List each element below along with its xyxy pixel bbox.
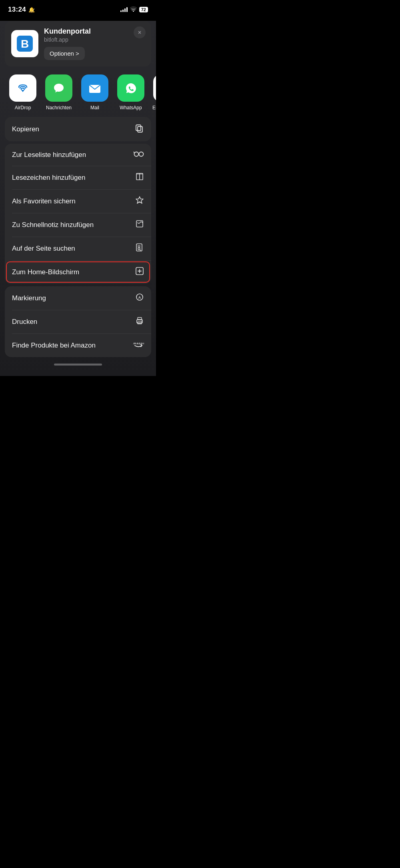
action-markierung[interactable]: Markierung A [5,286,151,310]
action-group-3: Markierung A Drucken [5,286,151,357]
home-bar [54,364,102,366]
svg-rect-20 [136,221,143,227]
share-sheet: B Kundenportal bitloft.app Optionen > × [0,21,156,376]
erinnerungen-label: Erinnerungen [152,105,156,111]
action-leseliste[interactable]: Zur Leseliste hinzufügen [5,144,151,166]
app-info: Kundenportal bitloft.app Optionen > [44,27,145,60]
share-app-airdrop[interactable]: AirDrop [5,74,41,111]
svg-point-15 [139,152,144,157]
reminders-icon [153,74,156,102]
app-url: bitloft.app [44,36,145,43]
svg-text:A: A [138,295,141,299]
share-header: B Kundenportal bitloft.app Optionen > × [5,21,151,66]
action-kopieren[interactable]: Kopieren [5,117,151,141]
action-drucken[interactable]: Drucken [5,310,151,334]
nachrichten-label: Nachrichten [46,105,72,111]
svg-rect-12 [138,127,142,132]
close-button[interactable]: × [134,26,146,38]
search-doc-icon [135,243,144,254]
svg-point-34 [141,321,142,321]
signal-bars-icon [120,7,128,12]
svg-line-25 [140,250,141,251]
amazon-icon: amazon [133,340,144,351]
svg-point-14 [134,152,139,157]
share-app-whatsapp[interactable]: WhatsApp [113,74,149,111]
share-app-nachrichten[interactable]: Nachrichten [41,74,77,111]
whatsapp-label: WhatsApp [120,105,142,111]
action-favoriten[interactable]: Als Favoriten sichern [5,189,151,213]
app-icon: B [11,30,38,57]
svg-marker-19 [136,197,143,203]
svg-line-17 [134,152,134,153]
action-lesezeichen[interactable]: Lesezeichen hinzufügen [5,166,151,189]
wifi-icon [130,6,137,13]
app-name: Kundenportal [44,27,145,36]
book-icon [135,172,144,183]
action-amazon[interactable]: Finde Produkte bei Amazon amazon [5,334,151,357]
mail-label: Mail [90,105,99,111]
glasses-icon [134,150,144,159]
note-icon [135,219,144,230]
action-group-2: Zur Leseliste hinzufügen Lesezeichen hin… [5,144,151,284]
add-square-icon [135,267,144,277]
copy-icon [134,123,144,135]
airdrop-icon [9,74,36,102]
apps-row: AirDrop Nachrichten [0,66,156,115]
whatsapp-icon [117,74,144,102]
options-button[interactable]: Optionen > [44,47,85,60]
markup-icon: A [135,293,144,303]
star-icon [135,196,144,207]
mail-icon [81,74,108,102]
action-homescreen[interactable]: Zum Home-Bildschirm [5,260,151,284]
action-group-1: Kopieren [5,117,151,141]
action-schnellnotiz[interactable]: Zu Schnellnotiz hinzufügen [5,213,151,237]
status-time: 13:24 [8,6,26,14]
print-icon [135,316,144,327]
action-seitensuche[interactable]: Auf der Seite suchen [5,237,151,260]
battery-icon: 72 [139,7,148,12]
svg-rect-13 [136,125,141,131]
bitloft-logo-icon: B [14,33,35,54]
share-app-erinnerungen[interactable]: Erinnerungen [149,74,156,111]
status-bar: 13:24 🔔̷ 72 [0,0,156,16]
svg-text:B: B [21,38,29,50]
svg-text:amazon: amazon [133,342,144,345]
home-indicator [0,360,156,368]
messages-icon [45,74,72,102]
status-icons: 72 [120,6,148,13]
share-app-mail[interactable]: Mail [77,74,113,111]
airdrop-label: AirDrop [15,105,31,111]
mute-icon: 🔔̷ [28,7,35,13]
